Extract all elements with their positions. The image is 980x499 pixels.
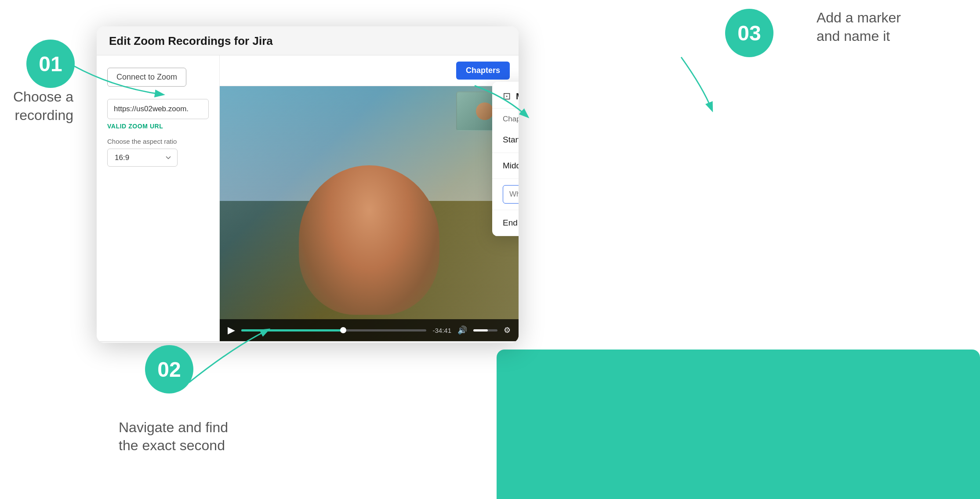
left-panel: Connect to Zoom VALID ZOOM URL Choose th… [97, 55, 220, 341]
chapter-row-new: ✓ ✕ [492, 179, 519, 210]
teal-background [497, 350, 980, 499]
chapter-name-middle: Middle [503, 161, 519, 171]
step-02-text: Navigate and findthe exact second [119, 419, 228, 454]
step-label-02: Navigate and findthe exact second [119, 419, 228, 455]
step-01-line1: Choose arecording [13, 89, 73, 123]
right-panel: Chapters [220, 55, 519, 341]
video-area: ▶ -34:41 🔊 ⚙ [220, 86, 519, 341]
video-controls: ▶ -34:41 🔊 ⚙ [220, 319, 519, 341]
right-panel-header: Chapters [220, 55, 519, 86]
window-title: Edit Zoom Recordings for Jira [109, 34, 273, 48]
chapters-popup: ⊡ Mark this position Chapters Start ✏ 🗑 … [492, 82, 519, 236]
chapters-button[interactable]: Chapters [456, 62, 510, 80]
step-label-03: Add a markerand name it [817, 9, 901, 45]
chapter-name-end: End [503, 218, 519, 228]
chapter-name-start: Start [503, 135, 519, 145]
zoom-url-input[interactable] [107, 99, 209, 119]
time-remaining: -34:41 [432, 327, 451, 334]
mark-this-position-title: Mark this position [516, 91, 519, 102]
chapters-section-label: Chapters [492, 109, 519, 127]
step-badge-03: 03 [725, 9, 773, 57]
aspect-ratio-label: Choose the aspect ratio [107, 138, 209, 145]
progress-thumb [340, 327, 346, 333]
window-footer: Save Cancel [97, 341, 519, 343]
chapters-popup-header: ⊡ Mark this position [492, 82, 519, 109]
chapter-row-end: End ✏ 🗑 [492, 210, 519, 236]
volume-icon: 🔊 [457, 325, 467, 335]
valid-zoom-url-label: VALID ZOOM URL [107, 123, 209, 130]
mark-icon: ⊡ [503, 91, 511, 102]
aspect-ratio-select[interactable]: 16:9 4:3 1:1 [107, 149, 178, 167]
step-badge-01: 01 [26, 40, 75, 88]
chapter-row-middle: Middle ✏ 🗑 [492, 153, 519, 179]
settings-icon[interactable]: ⚙ [504, 325, 511, 335]
main-window: Edit Zoom Recordings for Jira Connect to… [97, 26, 519, 343]
window-body: Connect to Zoom VALID ZOOM URL Choose th… [97, 55, 519, 341]
step-badge-02: 02 [145, 345, 193, 393]
progress-filled [241, 329, 343, 331]
video-content [220, 86, 519, 341]
progress-bar[interactable] [241, 329, 426, 331]
connect-to-zoom-button[interactable]: Connect to Zoom [107, 68, 186, 87]
play-button[interactable]: ▶ [228, 324, 235, 336]
step-03-text: Add a markerand name it [817, 10, 901, 44]
volume-bar[interactable] [473, 329, 497, 331]
video-placeholder: ▶ -34:41 🔊 ⚙ [220, 86, 519, 341]
step-label-01: Choose arecording [13, 88, 73, 124]
chapter-name-input[interactable] [503, 185, 519, 204]
window-titlebar: Edit Zoom Recordings for Jira [97, 26, 519, 55]
volume-filled [473, 329, 488, 331]
video-person [299, 165, 439, 315]
scene: 01 02 03 Choose arecording Navigate and … [0, 0, 980, 499]
pip-person [476, 102, 494, 120]
chapter-row-start: Start ✏ 🗑 [492, 127, 519, 153]
